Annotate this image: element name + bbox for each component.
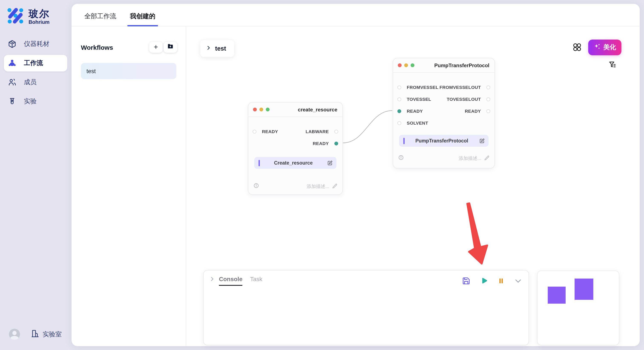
sidebar-item-label: 仪器耗材 xyxy=(24,40,50,48)
node-footer: 添加描述... xyxy=(398,154,490,162)
input-port-ready[interactable]: READY xyxy=(252,127,278,136)
output-port-tovesselout[interactable]: TOVESSELOUT xyxy=(447,95,490,103)
breadcrumb-label: test xyxy=(215,45,226,52)
brand-logo: 玻尔 Bohrium xyxy=(0,0,72,26)
input-port-fromvessel[interactable]: FROMVESSEL xyxy=(398,83,438,91)
input-port-solvent[interactable]: SOLVENT xyxy=(398,119,428,127)
building-icon xyxy=(31,329,40,340)
brand-name-en: Bohrium xyxy=(28,19,50,25)
sidebar-item-members[interactable]: 成员 xyxy=(4,74,67,91)
minimap[interactable] xyxy=(537,270,619,345)
info-icon[interactable] xyxy=(398,154,404,162)
expand-chevron-icon[interactable] xyxy=(209,276,215,285)
sidebar-item-workflows[interactable]: 工作流 xyxy=(4,55,67,71)
save-icon[interactable] xyxy=(462,277,470,285)
beautify-label: 美化 xyxy=(603,43,616,51)
workspace-switcher[interactable]: 实验室 xyxy=(31,329,62,340)
output-port-labware[interactable]: LABWARE xyxy=(306,127,338,136)
sidebar-item-label: 工作流 xyxy=(24,59,43,67)
sidebar-item-experiments[interactable]: 实验 xyxy=(4,93,67,110)
console-header: Console Task xyxy=(204,270,528,286)
description-placeholder[interactable]: 添加描述... xyxy=(307,183,329,189)
add-workflow-button[interactable]: + xyxy=(149,42,163,53)
folder-download-icon xyxy=(167,43,174,51)
traffic-dot-green-icon xyxy=(410,63,414,67)
sidebar-nav: 仪器耗材 工作流 xyxy=(0,36,72,110)
pencil-icon[interactable] xyxy=(332,182,337,190)
traffic-dot-red-icon xyxy=(398,63,402,67)
port-circle-icon[interactable] xyxy=(486,97,490,101)
user-avatar[interactable] xyxy=(9,329,20,340)
minimap-node-create-resource xyxy=(548,287,566,304)
bohrium-workflow-app: 玻尔 Bohrium 仪器耗材 xyxy=(0,0,644,350)
tab-my-created[interactable]: 我创建的 xyxy=(130,12,156,26)
tab-console[interactable]: Console xyxy=(219,276,242,286)
port-circle-active-icon[interactable] xyxy=(334,141,338,145)
output-port-ready[interactable]: READY xyxy=(465,107,490,115)
port-circle-active-icon[interactable] xyxy=(398,109,401,113)
edit-icon[interactable] xyxy=(327,160,333,166)
node-header: PumpTransferProtocol xyxy=(393,58,494,73)
node-footer: 添加描述... xyxy=(254,182,337,190)
workflow-panel-title: Workflows xyxy=(81,44,113,51)
plus-icon: + xyxy=(154,43,158,51)
package-icon xyxy=(8,39,16,48)
port-circle-icon[interactable] xyxy=(398,121,401,125)
test-tube-icon xyxy=(8,97,16,106)
sidebar: 玻尔 Bohrium 仪器耗材 xyxy=(0,0,72,350)
workspace-label: 实验室 xyxy=(42,330,62,338)
input-port-ready[interactable]: READY xyxy=(398,107,423,115)
info-icon[interactable] xyxy=(254,182,259,190)
traffic-dot-green-icon xyxy=(266,108,270,111)
port-circle-icon[interactable] xyxy=(486,85,490,89)
users-icon xyxy=(8,78,16,87)
filter-icon[interactable] xyxy=(608,60,617,69)
workflow-list-panel: Workflows + te xyxy=(72,26,186,346)
workflow-tabs: 全部工作流 我创建的 xyxy=(72,4,640,26)
port-circle-icon[interactable] xyxy=(486,109,490,113)
node-title: create_resource xyxy=(298,107,337,113)
port-circle-icon[interactable] xyxy=(252,130,256,133)
description-placeholder[interactable]: 添加描述... xyxy=(459,155,481,161)
workflow-node-pump-transfer-protocol[interactable]: PumpTransferProtocol FROMVESSEL TOVESSEL… xyxy=(393,58,495,169)
workflow-list-item-test[interactable]: test xyxy=(81,63,176,79)
minimap-node-pump-transfer xyxy=(574,279,593,300)
port-circle-icon[interactable] xyxy=(398,85,401,89)
bohrium-logo-icon xyxy=(6,7,24,26)
pause-icon[interactable] xyxy=(498,277,505,284)
port-circle-icon[interactable] xyxy=(334,130,338,133)
run-play-icon[interactable] xyxy=(480,276,488,285)
pencil-icon[interactable] xyxy=(484,154,490,162)
import-folder-button[interactable] xyxy=(164,42,177,53)
tab-all-workflows[interactable]: 全部工作流 xyxy=(84,12,116,26)
output-port-ready[interactable]: READY xyxy=(313,139,338,148)
console-output-area[interactable] xyxy=(204,286,528,337)
sparkles-icon xyxy=(594,43,601,52)
sidebar-item-label: 实验 xyxy=(24,97,37,105)
traffic-dot-yellow-icon xyxy=(404,63,408,67)
node-function-pill[interactable]: Create_resource xyxy=(254,157,336,169)
brand-name-cn: 玻尔 xyxy=(28,8,50,19)
node-title: PumpTransferProtocol xyxy=(434,62,490,68)
output-port-fromvesselout[interactable]: FROMVESSELOUT xyxy=(440,83,490,91)
console-panel: Console Task xyxy=(203,270,529,345)
collapse-chevron-down-icon[interactable] xyxy=(514,277,522,285)
port-circle-icon[interactable] xyxy=(398,97,401,101)
sidebar-footer: 实验室 xyxy=(9,329,62,340)
node-function-pill[interactable]: PumpTransferProtocol xyxy=(399,135,488,147)
traffic-dot-yellow-icon xyxy=(260,108,263,111)
sidebar-item-instruments[interactable]: 仪器耗材 xyxy=(4,36,67,52)
command-palette-icon[interactable] xyxy=(572,42,582,52)
chevron-right-icon xyxy=(206,45,211,52)
beautify-button[interactable]: 美化 xyxy=(588,39,622,55)
team-icon xyxy=(8,59,16,68)
input-port-tovessel[interactable]: TOVESSEL xyxy=(398,95,431,103)
sidebar-item-label: 成员 xyxy=(24,78,37,86)
traffic-dot-red-icon xyxy=(253,108,257,111)
edit-icon[interactable] xyxy=(479,138,485,144)
node-header: create_resource xyxy=(248,103,342,117)
workflow-node-create-resource[interactable]: create_resource READY LABWARE READY Crea… xyxy=(248,102,343,195)
canvas-breadcrumb[interactable]: test xyxy=(200,40,234,57)
tab-task[interactable]: Task xyxy=(250,276,262,286)
